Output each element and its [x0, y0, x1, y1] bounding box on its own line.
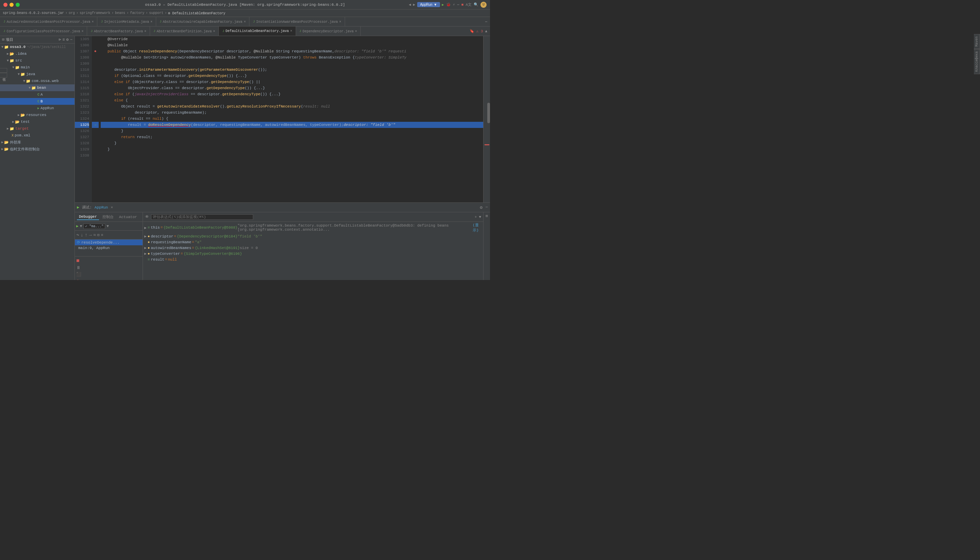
sidebar-close-icon[interactable]: −: [70, 37, 72, 42]
tree-class-b[interactable]: C B: [0, 98, 75, 105]
tree-temp[interactable]: ▶ 📂 临时文件和控制台: [0, 146, 75, 152]
run-icon[interactable]: ▶: [442, 3, 444, 7]
search-icon[interactable]: 🔍: [474, 2, 478, 7]
nav-back-icon[interactable]: ◀: [409, 2, 411, 7]
add-watch-icon[interactable]: +: [475, 215, 477, 219]
stop-debug-icon[interactable]: ■: [76, 258, 141, 264]
tab-close[interactable]: ×: [213, 30, 215, 33]
expand-icon[interactable]: ▶: [144, 252, 147, 256]
restart-icon[interactable]: ↺: [76, 278, 141, 280]
debug-icon[interactable]: 🐞: [446, 2, 451, 7]
coverage-icon[interactable]: ⚡: [453, 2, 455, 7]
collapse-icon[interactable]: ▲: [485, 29, 487, 33]
tab-console[interactable]: 控制台: [100, 214, 116, 220]
tab-close[interactable]: ×: [243, 20, 246, 24]
tree-resources[interactable]: ▶ 📂 resources: [0, 112, 75, 118]
tree-bean[interactable]: ▼ 📁 bean: [0, 84, 75, 91]
tab-config-class[interactable]: J ConfigurationClassPostProcessor.java ×: [0, 27, 87, 36]
tab-injection[interactable]: J InjectionMetadata.java ×: [97, 17, 156, 27]
tab-instantiation[interactable]: J InstantiationAwareBeanPostProcessor.ja…: [250, 17, 345, 27]
tree-target[interactable]: ▶ 📁 target: [0, 125, 75, 132]
tab-close[interactable]: ×: [144, 30, 146, 33]
tab-close[interactable]: ×: [339, 20, 341, 24]
scrollbar-thumb[interactable]: [487, 103, 490, 123]
breakpoint-marker[interactable]: ●: [94, 49, 96, 54]
show-link[interactable]: (显示): [473, 223, 482, 233]
window-controls[interactable]: [3, 3, 20, 7]
step-out-icon[interactable]: ↑: [85, 232, 87, 238]
close-button[interactable]: [3, 3, 7, 7]
translate-icon[interactable]: A文: [465, 2, 472, 7]
tab-autowired[interactable]: J AutowiredAnnotationBeanPostProcessor.j…: [0, 17, 97, 27]
sidebar-collapse-icon[interactable]: ≡: [62, 37, 65, 42]
expand-icon[interactable]: ▶: [144, 234, 147, 238]
tree-main[interactable]: ▼ 📁 main: [0, 64, 75, 71]
bc-springframework[interactable]: springframework: [80, 11, 110, 15]
structure-panel-label[interactable]: 结构: [0, 68, 7, 73]
frame-resolve[interactable]: ⟳ resolveDepende...: [75, 240, 143, 245]
maximize-button[interactable]: [16, 3, 20, 7]
frames-icon[interactable]: ⊟: [97, 233, 100, 237]
sidebar-gear-icon[interactable]: ⚙: [67, 37, 69, 42]
dropdown-icon[interactable]: ▼: [107, 224, 109, 228]
threads-icon[interactable]: ≡: [101, 233, 103, 237]
tab-abstract-def[interactable]: J AbstractBeanDefinition.java ×: [150, 27, 219, 36]
tab-debugger[interactable]: Debugger: [77, 214, 99, 220]
tab-close[interactable]: ×: [150, 20, 152, 24]
tree-root[interactable]: ▼ 📁 ossa3.0 ~/java/java/seckill: [0, 43, 75, 50]
thread-selector[interactable]: ✓ "ma...": [83, 223, 105, 229]
run-to-cursor-icon[interactable]: →: [89, 232, 92, 238]
stop-icon[interactable]: ⬛: [76, 272, 141, 277]
tree-pom[interactable]: X pom.xml: [0, 132, 75, 139]
bc-support[interactable]: support: [149, 11, 163, 15]
minimize-button[interactable]: [10, 3, 13, 7]
stop-icon[interactable]: ■: [462, 3, 464, 7]
pause-icon[interactable]: ⏸: [76, 265, 141, 270]
tab-close[interactable]: ×: [92, 20, 93, 24]
expand-icon[interactable]: ▶: [144, 246, 147, 250]
bookmarks-panel-label[interactable]: 书签: [0, 73, 7, 78]
bc-jar[interactable]: spring-beans-6.0.2-sources.jar: [3, 11, 64, 15]
tab-overflow[interactable]: ⋯: [482, 17, 490, 26]
debug-session-close[interactable]: ×: [111, 205, 113, 210]
tree-apprun[interactable]: ▶ AppRun: [0, 105, 75, 112]
maximize-debug-icon[interactable]: ⊞: [485, 214, 488, 218]
tree-com-ossa[interactable]: ▼ 📁 com.ossa.web: [0, 78, 75, 84]
evaluate-icon[interactable]: ≈: [93, 232, 96, 238]
watch-input[interactable]: [151, 214, 253, 220]
tree-external[interactable]: ▶ 📂 外部库: [0, 139, 75, 146]
bc-beans[interactable]: beans: [115, 11, 125, 15]
expand-icon[interactable]: ▶: [144, 225, 147, 230]
tab-close[interactable]: ×: [81, 30, 83, 33]
resume-icon[interactable]: ▶: [76, 224, 78, 228]
tab-actuator[interactable]: Actuator: [117, 214, 139, 220]
tab-dependency-desc[interactable]: J DependencyDescriptor.java ×: [296, 27, 361, 36]
tab-abstract-autowire[interactable]: J AbstractAutowireCapableBeanFactory.jav…: [156, 17, 250, 27]
step-over-icon[interactable]: ↷: [76, 232, 79, 238]
code-area[interactable]: @Override @Nullable public Object resolv…: [99, 36, 483, 202]
frame-main[interactable]: main:9, AppRun: [75, 245, 143, 251]
bookmark-icon[interactable]: 🔖: [470, 29, 474, 33]
step-into-icon[interactable]: ↓: [80, 232, 83, 238]
tab-default-listable[interactable]: J DefaultListableBeanFactory.java ×: [219, 27, 296, 36]
filter-icon[interactable]: ▼: [80, 224, 82, 228]
tree-java[interactable]: ▼ 📁 java: [0, 71, 75, 78]
tab-close[interactable]: ×: [355, 30, 357, 33]
debug-gear-icon[interactable]: ⚙: [480, 205, 483, 210]
nav-forward-icon[interactable]: ▶: [413, 2, 415, 7]
tree-test[interactable]: ▶ 📂 test: [0, 118, 75, 125]
tree-idea[interactable]: ▶ 📂 .idea: [0, 50, 75, 57]
debug-run-icon[interactable]: ▶: [77, 205, 79, 210]
watch-expand-icon[interactable]: ▼: [479, 215, 481, 219]
debug-session-name[interactable]: AppRun: [95, 205, 108, 210]
tree-class-a[interactable]: C A: [0, 91, 75, 98]
sidebar-sort-icon[interactable]: ⊳: [58, 37, 61, 42]
tree-src[interactable]: ▼ 📁 src: [0, 57, 75, 64]
apprun-button[interactable]: AppRun ▼: [417, 2, 440, 7]
debug-minimize-icon[interactable]: −: [485, 205, 488, 210]
tab-close[interactable]: ×: [290, 29, 292, 33]
more-icon[interactable]: ⋯: [457, 2, 459, 7]
bc-factory[interactable]: factory: [130, 11, 144, 15]
tab-abstract-bean[interactable]: J AbstractBeanFactory.java ×: [87, 27, 150, 36]
bc-org[interactable]: org: [69, 11, 75, 15]
